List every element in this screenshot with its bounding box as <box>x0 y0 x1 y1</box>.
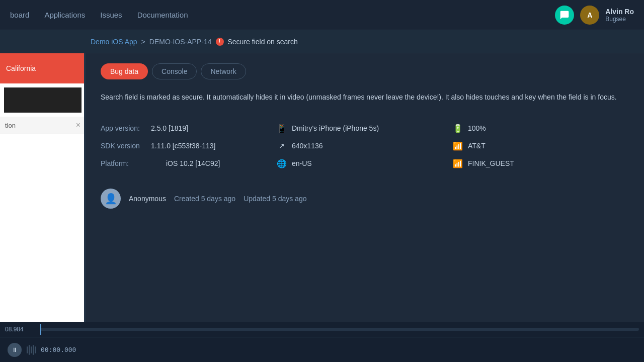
sidebar-location-label: California <box>6 64 36 72</box>
waveform-bar <box>27 346 28 353</box>
battery-icon: 🔋 <box>453 124 463 133</box>
meta-app-version-value: 2.5.0 [1819] <box>151 124 188 132</box>
play-pause-button[interactable]: ⏸ <box>8 343 22 357</box>
tab-console[interactable]: Console <box>152 63 197 79</box>
meta-platform-label: Platform: <box>101 159 146 167</box>
nav-item-applications[interactable]: Applications <box>44 9 85 21</box>
meta-sdk-version-value: 1.11.0 [c553f38-113] <box>151 142 215 150</box>
sidebar-location-banner: California <box>0 53 86 83</box>
anonymous-avatar: 👤 <box>101 189 121 209</box>
nav-item-documentation[interactable]: Documentation <box>137 9 188 21</box>
bug-severity-icon: ! <box>216 38 224 46</box>
meta-battery: 🔋 100% <box>453 124 629 133</box>
audio-waveform <box>27 345 36 355</box>
breadcrumb: Demo iOS App > DEMO-IOS-APP-14 ! Secure … <box>0 30 644 53</box>
chat-icon <box>559 10 570 20</box>
waveform-bar <box>35 346 36 353</box>
meta-device: 📱 Dmitry's iPhone (iPhone 5s) <box>277 124 453 133</box>
meta-app-version: App version: 2.5.0 [1819] <box>101 124 277 133</box>
user-company: Bugsee <box>605 16 634 23</box>
sidebar-image <box>4 87 82 113</box>
meta-locale: 🌐 en-US <box>277 159 453 168</box>
breadcrumb-issue-id[interactable]: DEMO-IOS-APP-14 <box>149 38 212 46</box>
sidebar-filter-text[interactable]: tion <box>5 122 73 129</box>
user-info: Alvin Ro Bugsee <box>605 8 634 23</box>
footer-updated: Updated 5 days ago <box>244 195 306 203</box>
nav-right: A Alvin Ro Bugsee <box>555 6 634 25</box>
main-layout: California tion × Bug data Console Netwo… <box>0 53 644 337</box>
user-avatar[interactable]: A <box>580 6 599 25</box>
tab-bug-data[interactable]: Bug data <box>101 63 148 79</box>
sidebar-filter: tion × <box>0 117 86 134</box>
device-icon: 📱 <box>277 124 287 133</box>
meta-battery-value: 100% <box>468 124 486 132</box>
tab-network[interactable]: Network <box>201 63 246 79</box>
meta-carrier-value: AT&T <box>468 142 486 150</box>
meta-device-value: Dmitry's iPhone (iPhone 5s) <box>292 124 379 132</box>
breadcrumb-separator: > <box>141 38 145 46</box>
timeline-timestamp: 08.984 <box>5 326 35 333</box>
breadcrumb-issue-title: Secure field on search <box>228 38 298 46</box>
resolution-icon: ↗ <box>277 142 287 150</box>
metadata-grid: App version: 2.5.0 [1819] 📱 Dmitry's iPh… <box>101 124 629 168</box>
meta-sdk-version-label: SDK version <box>101 142 146 150</box>
bug-description: Search field is marked as secure. It aut… <box>101 92 629 104</box>
footer-user: Anonymous <box>129 195 166 203</box>
waveform-bar <box>29 345 30 355</box>
meta-app-version-label: App version: <box>101 124 146 132</box>
nav-items: board Applications Issues Documentation <box>10 9 555 21</box>
wifi-icon: 📶 <box>453 159 463 168</box>
footer-info: 👤 Anonymous Created 5 days ago Updated 5… <box>101 189 629 209</box>
timeline-cursor[interactable] <box>40 324 41 335</box>
nav-item-issues[interactable]: Issues <box>100 9 122 21</box>
top-navigation: board Applications Issues Documentation … <box>0 0 644 30</box>
meta-resolution-value: 640x1136 <box>292 142 323 150</box>
meta-platform: Platform: iOS 10.2 [14C92] <box>101 159 277 168</box>
meta-sdk-version: SDK version 1.11.0 [c553f38-113] <box>101 141 277 151</box>
sidebar-divider <box>84 53 86 337</box>
time-display: 00:00.000 <box>41 346 76 353</box>
meta-platform-value: iOS 10.2 [14C92] <box>166 159 220 167</box>
tab-bar: Bug data Console Network <box>101 63 629 79</box>
meta-resolution: ↗ 640x1136 <box>277 141 453 151</box>
content-area: Bug data Console Network Search field is… <box>86 53 644 337</box>
bottom-controls: ⏸ 00:00.000 <box>0 337 644 362</box>
sidebar-filter-close-button[interactable]: × <box>76 121 80 130</box>
waveform-bar <box>31 346 32 353</box>
locale-icon: 🌐 <box>277 159 287 168</box>
footer-created: Created 5 days ago <box>174 195 235 203</box>
nav-item-dashboard[interactable]: board <box>10 9 29 21</box>
timeline-track[interactable] <box>40 328 639 331</box>
waveform-bar <box>33 345 34 355</box>
timeline-bar: 08.984 <box>0 322 644 337</box>
signal-icon: 📶 <box>453 141 463 151</box>
sidebar: California tion × <box>0 53 86 337</box>
meta-wifi-value: FINIK_GUEST <box>468 159 514 167</box>
meta-carrier: 📶 AT&T <box>453 141 629 151</box>
meta-wifi: 📶 FINIK_GUEST <box>453 159 629 168</box>
breadcrumb-app-link[interactable]: Demo iOS App <box>91 38 137 46</box>
chat-button[interactable] <box>555 6 574 25</box>
user-name: Alvin Ro <box>605 8 634 16</box>
meta-locale-value: en-US <box>292 159 312 167</box>
